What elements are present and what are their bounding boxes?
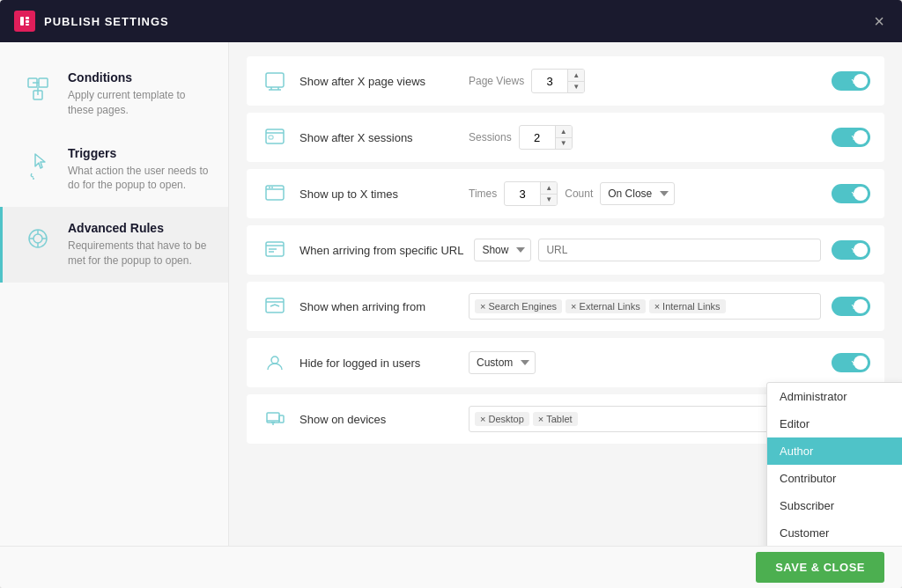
- svg-rect-1: [26, 17, 29, 19]
- svg-point-9: [33, 178, 34, 180]
- page-views-toggle-label: YES: [851, 77, 867, 85]
- times-spin-up[interactable]: ▲: [541, 182, 557, 194]
- save-close-button[interactable]: SAVE & CLOSE: [756, 552, 884, 583]
- tag-tablet-close: ×: [538, 414, 543, 424]
- sessions-toggle-label: YES: [851, 134, 867, 142]
- page-views-icon: [261, 67, 289, 95]
- dropdown-item-contributor[interactable]: Contributor: [767, 465, 902, 492]
- modal-footer: SAVE & CLOSE: [0, 546, 902, 588]
- logged-in-toggle-label: YES: [851, 359, 867, 367]
- tag-search-engines-label: Search Engines: [488, 301, 557, 312]
- logged-in-controls: Custom All None: [469, 351, 821, 374]
- page-views-input-wrap: ▲ ▼: [531, 69, 585, 93]
- user-role-dropdown: Administrator Editor Author Contributor …: [766, 382, 902, 546]
- elementor-logo-icon: [14, 11, 35, 32]
- sidebar: Conditions Apply current template to the…: [0, 42, 229, 546]
- tag-search-engines-text: ×: [480, 301, 485, 312]
- sidebar-item-advanced-rules[interactable]: Advanced Rules Requirements that have to…: [0, 207, 228, 283]
- dropdown-item-customer[interactable]: Customer: [767, 519, 902, 546]
- devices-icon: [261, 405, 289, 433]
- publish-settings-modal: PUBLISH SETTINGS × Conditions: [0, 0, 902, 588]
- times-controls: Times ▲ ▼ Count On Close On Load: [469, 181, 821, 206]
- specific-url-controls: Show Hide: [474, 239, 821, 261]
- specific-url-toggle[interactable]: YES: [832, 240, 870, 260]
- dropdown-item-author[interactable]: Author: [767, 437, 902, 465]
- rule-row-page-views: Show after X page views Page Views ▲ ▼ Y: [247, 56, 884, 106]
- sidebar-item-triggers[interactable]: Triggers What action the user needs to d…: [0, 132, 228, 208]
- page-views-spin-up[interactable]: ▲: [568, 70, 584, 81]
- page-views-input[interactable]: [532, 71, 567, 92]
- tag-desktop-label: Desktop: [488, 414, 523, 424]
- specific-url-toggle-label: YES: [851, 246, 867, 254]
- arriving-from-toggle[interactable]: YES: [832, 297, 870, 316]
- svg-rect-23: [266, 186, 284, 200]
- conditions-text: Conditions Apply current template to the…: [68, 70, 211, 118]
- tag-external-links-label: External Links: [580, 301, 640, 312]
- sessions-toggle[interactable]: YES: [832, 128, 870, 147]
- close-button[interactable]: ×: [870, 9, 888, 33]
- times-icon: [261, 180, 289, 208]
- page-views-controls: Page Views ▲ ▼: [469, 69, 821, 93]
- specific-url-icon: [261, 236, 289, 264]
- logged-in-toggle[interactable]: YES: [832, 353, 870, 372]
- svg-rect-2: [26, 20, 29, 23]
- page-views-sub-label: Page Views: [469, 75, 524, 87]
- modal-header: PUBLISH SETTINGS ×: [0, 0, 902, 42]
- sessions-icon: [261, 123, 289, 151]
- page-views-spinners: ▲ ▼: [567, 70, 584, 92]
- times-toggle[interactable]: YES: [832, 184, 870, 203]
- page-views-toggle-slider: YES: [832, 71, 870, 91]
- arriving-from-label: Show when arriving from: [299, 300, 458, 313]
- conditions-description: Apply current template to these pages.: [68, 88, 211, 118]
- tag-tablet: × Tablet: [533, 412, 578, 426]
- sessions-input-wrap: ▲ ▼: [519, 125, 573, 150]
- page-views-toggle[interactable]: YES: [832, 71, 870, 91]
- sessions-spin-down[interactable]: ▼: [556, 137, 572, 149]
- logged-in-select[interactable]: Custom All None: [469, 351, 536, 374]
- arriving-from-tags[interactable]: × Search Engines × External Links × Inte…: [469, 293, 821, 320]
- specific-url-select[interactable]: Show Hide: [474, 239, 531, 261]
- sessions-spin-up[interactable]: ▲: [556, 126, 572, 137]
- specific-url-input[interactable]: [538, 239, 821, 261]
- page-views-spin-down[interactable]: ▼: [568, 81, 584, 92]
- logged-in-label: Hide for logged in users: [299, 356, 458, 370]
- svg-point-33: [271, 356, 278, 364]
- dropdown-item-subscriber[interactable]: Subscriber: [767, 492, 902, 519]
- times-spin-down[interactable]: ▼: [541, 194, 557, 205]
- tag-internal-links-label: Internal Links: [662, 301, 720, 312]
- rule-row-arriving-from: Show when arriving from × Search Engines…: [247, 282, 884, 331]
- sessions-label: Show after X sessions: [299, 131, 458, 144]
- rule-row-specific-url: When arriving from specific URL Show Hid…: [247, 225, 884, 275]
- sessions-toggle-slider: YES: [832, 128, 870, 147]
- logged-in-icon: [261, 349, 289, 377]
- advanced-rules-icon: [20, 221, 55, 256]
- tag-search-engines: × Search Engines: [475, 299, 562, 313]
- advanced-rules-description: Requirements that have to be met for the…: [68, 239, 211, 268]
- page-views-label: Show after X page views: [299, 75, 458, 88]
- svg-point-26: [271, 187, 273, 188]
- sessions-input[interactable]: [520, 128, 555, 148]
- svg-rect-5: [39, 78, 48, 87]
- arriving-from-toggle-slider: YES: [832, 297, 870, 316]
- dropdown-item-administrator[interactable]: Administrator: [767, 383, 902, 410]
- sidebar-item-conditions[interactable]: Conditions Apply current template to the…: [0, 56, 228, 132]
- triggers-description: What action the user needs to do for the…: [68, 164, 211, 194]
- arriving-from-toggle-label: YES: [851, 303, 867, 311]
- times-count-select[interactable]: On Close On Load: [600, 182, 675, 205]
- times-count-label: Count: [565, 187, 593, 200]
- rule-row-times: Show up to X times Times ▲ ▼ Count On Cl…: [247, 169, 884, 218]
- triggers-text: Triggers What action the user needs to d…: [68, 146, 211, 194]
- svg-rect-31: [266, 298, 284, 312]
- triggers-label: Triggers: [68, 146, 211, 160]
- triggers-icon: [20, 146, 55, 181]
- svg-rect-35: [279, 415, 284, 423]
- svg-point-25: [269, 187, 270, 188]
- times-toggle-label: YES: [851, 190, 867, 198]
- times-input-wrap: ▲ ▼: [504, 181, 558, 206]
- rule-row-logged-in: Hide for logged in users Custom All None…: [247, 338, 884, 387]
- times-spinners: ▲ ▼: [540, 182, 557, 205]
- times-input[interactable]: [505, 184, 540, 204]
- dropdown-item-editor[interactable]: Editor: [767, 410, 902, 437]
- tag-internal-links: × Internal Links: [649, 299, 726, 313]
- arriving-from-controls: × Search Engines × External Links × Inte…: [469, 293, 821, 320]
